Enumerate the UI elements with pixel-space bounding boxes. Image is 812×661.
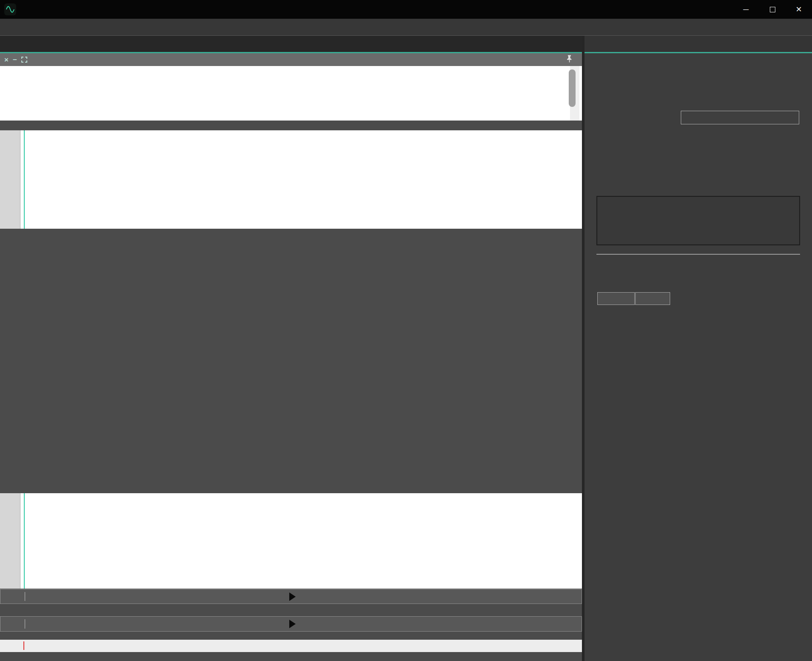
expand-panel-icon[interactable] [21, 57, 27, 63]
close-window-button[interactable]: ✕ [786, 0, 812, 19]
inspector-panel [582, 36, 812, 661]
slider-handle-icon[interactable] [289, 619, 296, 629]
minimize-panel-icon[interactable]: − [13, 56, 17, 63]
playhead-cursor[interactable] [24, 130, 25, 229]
playhead-cursor[interactable] [24, 493, 25, 589]
modifiers-axis-gutter [0, 493, 20, 589]
timeline-zoom-slider-bottom[interactable] [0, 616, 582, 632]
text-scrollbar-thumb[interactable] [569, 69, 576, 107]
inspector-tab-bar [585, 36, 812, 52]
tab-accent-line [585, 52, 812, 53]
maximize-window-button[interactable] [759, 0, 786, 19]
slider-start-tick [25, 592, 25, 601]
show-all-button[interactable] [597, 292, 635, 305]
app-logo-icon [4, 3, 16, 15]
text-panel-header: × − [0, 53, 582, 66]
close-panel-icon[interactable]: × [4, 56, 9, 63]
timeline-zoom-slider-top[interactable] [0, 589, 582, 604]
waveform-panel-body[interactable] [0, 130, 582, 229]
visualizers-list[interactable] [596, 196, 800, 245]
waveform-axis-gutter [0, 130, 20, 229]
text-panel-body[interactable] [0, 66, 582, 121]
text-scrollbar-track[interactable] [570, 66, 579, 121]
framerate-input[interactable] [681, 111, 799, 124]
main-dock-area: × − [0, 36, 582, 661]
title-bar: ─ ✕ [0, 0, 812, 19]
slider-handle-icon[interactable] [289, 592, 296, 601]
time-range-row[interactable] [0, 640, 582, 652]
modifiers-panel-body[interactable] [0, 493, 582, 589]
current-time-caret[interactable] [23, 641, 24, 650]
hide-all-button[interactable] [635, 292, 670, 305]
document-tab-bar [0, 36, 582, 52]
pin-icon[interactable] [566, 55, 573, 65]
menu-bar [0, 19, 812, 36]
slider-start-tick [25, 619, 25, 629]
minimize-window-button[interactable]: ─ [733, 0, 759, 19]
section-divider [596, 254, 800, 255]
